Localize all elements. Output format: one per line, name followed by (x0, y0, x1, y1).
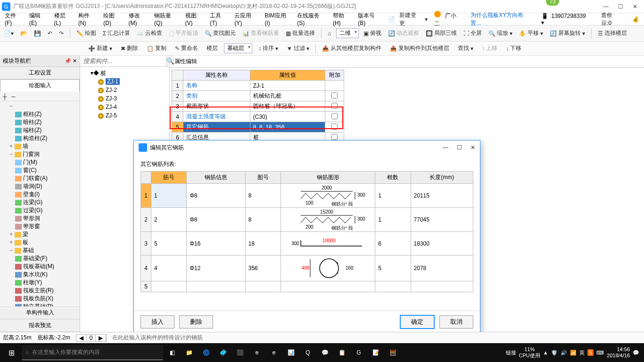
menu-component[interactable]: 构件(N) (75, 11, 99, 27)
task-icon[interactable]: Q (300, 343, 316, 362)
task-icon[interactable]: 🧮 (385, 343, 401, 362)
nav-tab-settings[interactable]: 工程设置 (0, 67, 80, 79)
bird-button[interactable]: ▣ 俯视 (362, 28, 383, 38)
task-icon[interactable]: 🌀 (198, 343, 214, 362)
phone-label[interactable]: 📱13907298339 ▾ (538, 12, 594, 27)
filter-button[interactable]: ▼ 过滤 ▾ (284, 43, 312, 53)
viewsteel-button[interactable]: 📊查看钢筋量 (240, 28, 281, 38)
rotate-button[interactable]: 🔄屏幕旋转 ▾ (548, 28, 587, 38)
menu-version[interactable]: 版本号(B) (355, 11, 384, 27)
copyto-button[interactable]: 📤复制构件到其他楼层 (388, 43, 452, 53)
delete-button[interactable]: ✖ 删除 (118, 43, 140, 53)
menu-bim[interactable]: BIM应用(I) (262, 11, 293, 27)
clock[interactable]: 14:562018/4/16 (607, 346, 630, 359)
copyfrom-button[interactable]: 📥从其他楼层复制构件 (320, 43, 384, 53)
task-icon[interactable]: 📋 (334, 343, 350, 362)
tray-icon[interactable]: 📶 (570, 350, 577, 356)
find-button[interactable]: 🔍查找图元 (203, 28, 238, 38)
delete-button[interactable]: 删除 (179, 315, 213, 329)
sum-button[interactable]: Σ 汇总计算 (101, 28, 132, 38)
down-button[interactable]: ↓ 下移 (504, 43, 524, 53)
menu-modify[interactable]: 修改(M) (126, 11, 151, 27)
menu-floor[interactable]: 楼层(L) (51, 11, 74, 27)
insert-button[interactable]: 插入 (140, 315, 174, 329)
floor-combo[interactable]: 基础层 (224, 43, 252, 53)
new-doc-icon[interactable]: 📄▾ (2, 29, 16, 38)
cloud-check-button[interactable]: ☁️云检查 (135, 28, 164, 38)
menu-view[interactable]: 视图(V) (182, 11, 206, 27)
tray-icon[interactable]: ⌨ (596, 350, 604, 356)
ime-label[interactable]: 英 (579, 349, 585, 356)
rebar-table[interactable]: 筋号 钢筋信息 图号 钢筋图形 根数 长度(mm) 1 1 Φ8 8 20003… (140, 171, 473, 292)
tray-icon[interactable]: S (587, 349, 594, 356)
nav-tab-draw[interactable]: 绘图输入 (0, 79, 80, 91)
dialog-maximize[interactable]: ☐ (457, 144, 462, 151)
task-icon[interactable]: 📊 (283, 343, 299, 362)
batch-button[interactable]: ▦ 批量选择 (284, 28, 317, 38)
fullscreen-button[interactable]: ⛶ 全屏 (462, 28, 484, 38)
up-button[interactable]: ↑ 上移 (479, 43, 500, 53)
find2-button[interactable]: 查找 ▾ (455, 43, 476, 53)
open-icon[interactable]: 📂 (18, 29, 29, 38)
dyn-button[interactable]: 🔄动态观察 (386, 28, 421, 38)
maximize-button[interactable]: ☐ (618, 3, 623, 10)
new-change-button[interactable]: 📄新建变更 ▾ (385, 9, 430, 29)
menu-help[interactable]: 帮助(H) (330, 11, 354, 27)
pin-icon[interactable]: 📌 ✕ (65, 58, 77, 64)
ok-button[interactable]: 确定 (400, 315, 435, 329)
flat-button[interactable]: ⬚ 平齐板顶 (167, 28, 200, 38)
nav-tree[interactable]: − 框柱(Z) 暗柱(Z) 端柱(Z) 构造柱(Z) +墙 −门窗洞 门(M) … (0, 101, 80, 306)
menu-tools[interactable]: 工具(T) (207, 11, 231, 27)
task-icon[interactable]: ◧ (164, 343, 180, 362)
view-mode-combo[interactable]: 二维 (336, 28, 359, 38)
menu-online[interactable]: 在线服务(S) (294, 11, 329, 27)
dialog-minimize[interactable]: — (443, 144, 448, 151)
close-button[interactable]: ✕ (633, 3, 637, 10)
select-floor-button[interactable]: ☰ 选择楼层 (596, 28, 629, 38)
save-icon[interactable]: 💾 (32, 29, 43, 38)
minimize-button[interactable]: — (603, 3, 609, 10)
sort-button[interactable]: ↕ 排序 ▾ (256, 43, 281, 53)
pan-button[interactable]: ✋平移 ▾ (517, 28, 545, 38)
menu-file[interactable]: 文件(F) (2, 11, 25, 27)
taskbar-search[interactable]: ○ 在这里输入你要搜索的内容 (22, 345, 163, 360)
copy-button[interactable]: 📋复制 (144, 43, 169, 53)
collapse-icon[interactable]: ─ (11, 93, 17, 99)
task-icon[interactable]: ⬛ (232, 343, 248, 362)
start-button[interactable]: ⊞ (2, 343, 21, 362)
menu-cloud[interactable]: 云应用(Y) (231, 11, 261, 27)
tip-link[interactable]: 为什么筏板XY方向布置... (468, 10, 534, 28)
redo-icon[interactable]: ↷ (57, 29, 66, 38)
task-icon[interactable]: G (351, 343, 367, 362)
rename-button[interactable]: ✎ 重命名 (173, 43, 200, 53)
task-icon[interactable]: 💬 (317, 343, 333, 362)
expand-icon[interactable]: ┼ (3, 93, 8, 99)
task-icon[interactable]: 📝 (368, 343, 384, 362)
floor-label[interactable]: 楼层 (204, 43, 220, 53)
menu-rebar[interactable]: 钢筋量(Q) (151, 11, 182, 27)
task-icon[interactable]: 📁 (181, 343, 197, 362)
tray-icon[interactable]: 🔊 (561, 350, 567, 356)
new-button[interactable]: ➕新建 ▾ (86, 43, 115, 53)
zoom-button[interactable]: 🔍缩放 ▾ (487, 28, 514, 38)
draw-button[interactable]: ✏️绘图 (74, 28, 98, 38)
undo-icon[interactable]: ↶ (46, 29, 54, 38)
tray-icon[interactable]: ▲ (543, 350, 548, 355)
menu-draw[interactable]: 绘图(D) (100, 11, 124, 27)
search-input[interactable] (80, 56, 166, 66)
task-icon[interactable]: e (249, 343, 265, 362)
task-icon[interactable]: e (266, 343, 282, 362)
notifications-icon[interactable]: 💬 (633, 350, 639, 356)
local3d-button[interactable]: 🔲局部三维 (424, 28, 459, 38)
tray-link[interactable]: 链接 (506, 349, 516, 356)
task-icon[interactable]: 🥏 (215, 343, 231, 362)
nav-tab-single[interactable]: 单构件输入 (0, 306, 80, 319)
tray-icon[interactable]: 🛡️ (551, 350, 558, 356)
nav-tab-report[interactable]: 报表预览 (0, 319, 80, 332)
menu-edit[interactable]: 编辑(E) (26, 11, 50, 27)
user-avatar[interactable]: 广小二 (431, 10, 467, 29)
pager[interactable]: ◀0▶ (76, 334, 107, 342)
home-icon[interactable]: ⌂ (326, 29, 333, 38)
dialog-close[interactable]: ✕ (471, 144, 475, 151)
cancel-button[interactable]: 取消 (439, 315, 473, 329)
